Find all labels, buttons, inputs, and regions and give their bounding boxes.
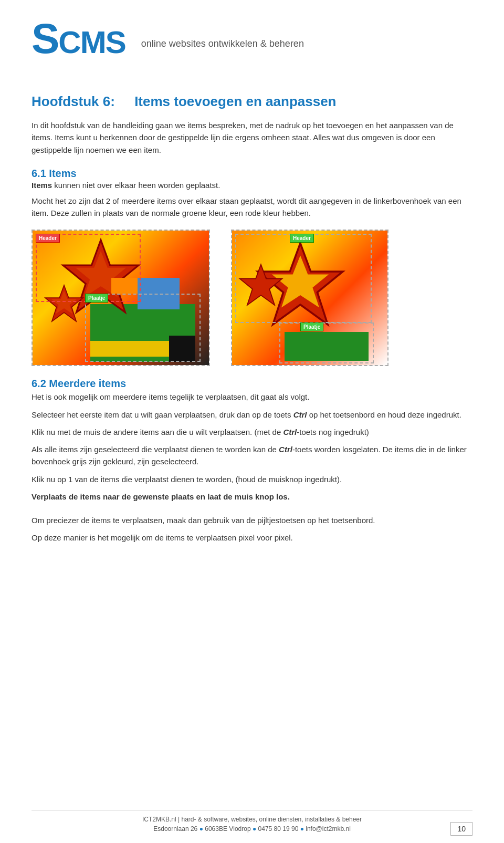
section-6-1-heading: 6.1 Items: [32, 168, 472, 180]
page-number: 10: [450, 822, 472, 836]
footer: ICT2MKB.nl | hard- & software, websites,…: [32, 810, 472, 832]
section2-para7: Om preciezer de items te verplaatsen, ma…: [32, 514, 472, 526]
section2-para2-ctrl: Ctrl: [293, 410, 307, 419]
header-dashed-box-right: [235, 234, 372, 323]
chapter-title-text: Items toevoegen en aanpassen: [134, 93, 336, 109]
section2-para3: Klik nu met de muis de andere items aan …: [32, 426, 472, 438]
intro-paragraph: In dit hoofdstuk van de handleiding gaan…: [32, 119, 472, 156]
section2-para3-pre: Klik nu met de muis de andere items aan …: [32, 428, 283, 436]
scene-right: Header Plaatje: [232, 231, 387, 365]
footer-dot1: ●: [200, 825, 203, 832]
section-items-text: kunnen niet over elkaar heen worden gepl…: [54, 181, 220, 190]
images-row: Header Plaatje: [32, 230, 472, 366]
scene-left: Header Plaatje: [33, 231, 209, 365]
plaatje-dashed-box-right: [279, 322, 374, 363]
logo-s: S: [32, 15, 58, 62]
plaatje-label-green-right: Plaatje: [300, 322, 323, 331]
section2-para5: Klik nu op 1 van de items die verplaatst…: [32, 473, 472, 485]
page-header: SCMS online websites ontwikkelen & beher…: [32, 0, 472, 74]
chapter-title: Hoofdstuk 6: Items toevoegen en aanpasse…: [32, 93, 472, 110]
section2-para2-post: op het toetsenbord en houd deze ingedruk…: [307, 410, 461, 419]
section2-para2: Selecteer het eerste item dat u wilt gaa…: [32, 409, 472, 421]
section2-para2-pre: Selecteer het eerste item dat u wilt gaa…: [32, 410, 293, 419]
footer-dot2: ●: [253, 825, 256, 832]
section-6-2-heading: 6.2 Meerdere items: [32, 378, 472, 390]
section-6-1-subtext: Items kunnen niet over elkaar heen worde…: [32, 181, 472, 190]
plaatje-dashed-box: [85, 294, 201, 362]
tagline: online websites ontwikkelen & beheren: [141, 38, 304, 49]
section2-para6: Verplaats de items naar de gewenste plaa…: [32, 491, 472, 503]
header-label-green: Header: [290, 234, 314, 243]
footer-city: 6063BE Vlodrop: [205, 825, 250, 832]
footer-address: Esdoornlaan 26: [153, 825, 197, 832]
logo-rest: CMS: [58, 25, 125, 60]
section2-para3-ctrl: Ctrl: [283, 428, 297, 436]
chapter-label: Hoofdstuk 6:: [32, 93, 115, 109]
overlap-paragraph: Mocht het zo zijn dat 2 of meerdere item…: [32, 195, 472, 220]
image-right: Header Plaatje: [231, 230, 388, 366]
chapter-heading: Hoofdstuk 6: Items toevoegen en aanpasse…: [32, 93, 472, 110]
section2-para4: Als alle items zijn geselecteerd die ver…: [32, 443, 472, 468]
footer-line2: Esdoornlaan 26 ● 6063BE Vlodrop ● 0475 8…: [32, 825, 472, 832]
section2-para3-post: -toets nog ingedrukt): [297, 428, 369, 436]
image-left: Header Plaatje: [32, 230, 210, 366]
header-label-red: Header: [36, 234, 60, 243]
section-6-2-title: 6.2 Meerdere items: [32, 378, 472, 390]
page: SCMS online websites ontwikkelen & beher…: [0, 0, 504, 843]
logo: SCMS: [32, 15, 125, 63]
section-items-bold: Items: [32, 181, 52, 190]
header-dashed-box: [36, 234, 141, 302]
footer-phone: 0475 80 19 90: [258, 825, 299, 832]
section2-para1: Het is ook mogelijk om meerdere items te…: [32, 391, 472, 403]
footer-email: info@ict2mkb.nl: [306, 825, 351, 832]
section2-para4-pre: Als alle items zijn geselecteerd die ver…: [32, 445, 279, 454]
section-6-1-title: 6.1 Items: [32, 168, 472, 180]
footer-dot3: ●: [300, 825, 304, 832]
footer-line1: ICT2MKB.nl | hard- & software, websites,…: [32, 816, 472, 823]
plaatje-label-green: Plaatje: [85, 294, 108, 303]
section2-para4-ctrl: Ctrl: [279, 445, 292, 454]
section2-para8: Op deze manier is het mogelijk om de ite…: [32, 532, 472, 544]
